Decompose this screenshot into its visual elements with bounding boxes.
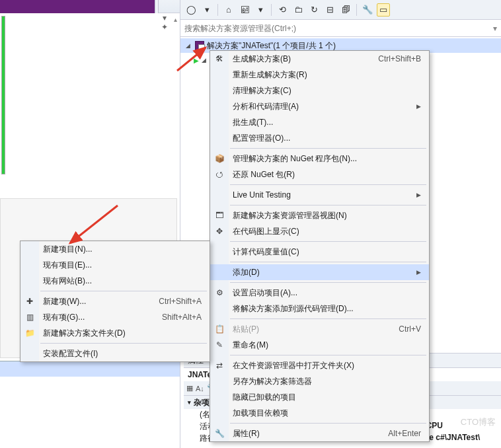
search-input[interactable]	[184, 24, 493, 33]
shortcut-label: Alt+Enter	[368, 429, 421, 438]
menu-label: 现有项目(E)...	[43, 260, 92, 271]
ctx-item-15[interactable]: 计算代码度量值(C)	[210, 244, 429, 260]
search-dropdown-icon[interactable]: ▾	[493, 24, 497, 33]
openfolder-icon: ⇄	[214, 360, 225, 371]
menu-label: 新建项(W)...	[43, 296, 86, 307]
menu-label: 加载项目依赖项	[233, 408, 288, 419]
sub-item-5[interactable]: ▥现有项(G)...Shift+Alt+A	[20, 309, 210, 325]
copy-icon[interactable]: 🗐	[339, 3, 352, 17]
ctx-item-0[interactable]: 🛠生成解决方案(B)Ctrl+Shift+B	[210, 51, 429, 67]
scroll-up-icon[interactable]: ▴	[174, 16, 177, 23]
nuget-icon: 📦	[214, 153, 225, 164]
restore-icon: ⭯	[214, 169, 225, 180]
ctx-item-27[interactable]: 隐藏已卸载的项目	[210, 389, 429, 405]
collapse-icon[interactable]: ▾	[188, 399, 191, 406]
newitem-icon: ✚	[24, 296, 35, 307]
ctx-item-10[interactable]: Live Unit Testing▶	[210, 187, 429, 203]
sub-item-4[interactable]: ✚新建项(W)...Ctrl+Shift+A	[20, 293, 210, 309]
dropdown-icon[interactable]: ▾	[254, 3, 267, 17]
newview-icon: 🗔	[214, 210, 225, 221]
solution-label: 解决方案"JNATest"(1 个项目/共 1 个)	[207, 40, 336, 52]
shortcut-label: Ctrl+Shift+A	[139, 297, 202, 306]
preview-icon[interactable]: ▭	[377, 3, 390, 17]
ctx-item-3[interactable]: 分析和代码清理(A)▶	[210, 98, 429, 114]
menu-label: 管理解决方案的 NuGet 程序包(N)...	[233, 153, 357, 165]
split-handle[interactable]	[155, 0, 159, 13]
menu-label: 配置管理器(O)...	[233, 133, 290, 144]
menu-label: 清理解决方案(C)	[233, 85, 291, 96]
shortcut-label: Ctrl+V	[379, 324, 421, 334]
menu-label: 将解决方案添加到源代码管理(D)...	[233, 303, 354, 315]
ctx-item-26[interactable]: 另存为解决方案筛选器	[210, 373, 429, 389]
menu-label: 新建解决方案文件夹(D)	[43, 328, 126, 339]
refresh-icon[interactable]: ↻	[307, 3, 321, 17]
ctx-item-19[interactable]: ⚙设置启动项目(A)...	[210, 285, 429, 301]
shortcut-label: Ctrl+Shift+B	[358, 54, 421, 63]
newfolder-icon: 📁	[24, 328, 35, 338]
menu-label: 粘贴(P)	[233, 324, 259, 335]
submenu-arrow-icon: ▶	[397, 103, 421, 110]
menu-label: 重新生成解决方案(R)	[233, 69, 307, 81]
ctx-item-20[interactable]: 将解决方案添加到源代码管理(D)...	[210, 301, 429, 317]
menu-label: 安装配置文件(I)	[43, 348, 98, 359]
ctx-item-23[interactable]: ✎重命名(M)	[210, 337, 429, 353]
ctx-item-25[interactable]: ⇄在文件资源管理器中打开文件夹(X)	[210, 357, 429, 373]
submenu-arrow-icon: ▶	[397, 269, 421, 276]
sub-item-8[interactable]: 安装配置文件(I)	[20, 346, 210, 361]
paste-icon: 📋	[214, 324, 225, 334]
ctx-item-4[interactable]: 批生成(T)...	[210, 114, 429, 130]
forward-icon[interactable]: ▾	[200, 3, 213, 17]
menu-label: 还原 NuGet 包(R)	[233, 169, 295, 180]
add-submenu: 新建项目(N)...现有项目(E)...现有网站(B)...✚新建项(W)...…	[20, 241, 210, 362]
ctx-item-2[interactable]: 清理解决方案(C)	[210, 83, 429, 98]
alphabetical-icon[interactable]: A↓	[196, 385, 204, 392]
sync-icon[interactable]: 🗟	[238, 3, 251, 17]
back-icon[interactable]: ◯	[184, 3, 198, 17]
ctx-item-7[interactable]: 📦管理解决方案的 NuGet 程序包(N)...	[210, 151, 429, 167]
search-row: ▾	[180, 20, 501, 37]
editor-tab-active[interactable]	[0, 0, 155, 13]
startup-icon: ⚙	[214, 287, 225, 298]
sub-item-6[interactable]: 📁新建解决方案文件夹(D)	[20, 325, 210, 341]
collapse-icon[interactable]: ⊟	[323, 3, 336, 17]
props-icon: 🔧	[214, 428, 225, 439]
build-icon: 🛠	[214, 54, 225, 64]
ctx-item-1[interactable]: 重新生成解决方案(R)	[210, 67, 429, 83]
sub-item-1[interactable]: 现有项目(E)...	[20, 257, 210, 273]
ctx-item-12[interactable]: 🗔新建解决方案资源管理器视图(N)	[210, 207, 429, 223]
menu-label: 属性(R)	[233, 428, 260, 439]
ctx-item-30[interactable]: 🔧属性(R)Alt+Enter	[210, 426, 429, 441]
categorized-icon[interactable]: ▦	[186, 384, 193, 392]
ctx-item-17[interactable]: 添加(D)▶	[210, 264, 429, 280]
home-icon[interactable]: ⌂	[222, 3, 235, 17]
menu-label: 设置启动项目(A)...	[233, 287, 297, 299]
menu-label: 在文件资源管理器中打开文件夹(X)	[233, 360, 354, 371]
rename-icon: ✎	[214, 340, 225, 350]
menu-label: 分析和代码清理(A)	[233, 101, 299, 112]
svg-line-1	[70, 205, 118, 243]
submenu-arrow-icon: ▶	[397, 192, 421, 198]
annotation-arrow-2	[65, 202, 124, 250]
menu-label: 隐藏已卸载的项目	[233, 392, 296, 403]
ctx-item-22[interactable]: 📋粘贴(P)Ctrl+V	[210, 321, 429, 337]
editor-tab-strip	[0, 0, 180, 13]
ctx-item-28[interactable]: 加载项目依赖项	[210, 405, 429, 421]
show-all-icon[interactable]: 🗀	[291, 3, 305, 17]
menu-label: 另存为解决方案筛选器	[233, 376, 312, 387]
existitem-icon: ▥	[24, 312, 35, 322]
menu-label: 新建解决方案资源管理器视图(N)	[233, 210, 347, 221]
pending-icon[interactable]: ⟲	[276, 3, 289, 17]
properties-icon[interactable]: 🔧	[361, 3, 374, 17]
editor-dropdown-icon[interactable]: ▾✦	[157, 13, 172, 32]
ctx-item-8[interactable]: ⭯还原 NuGet 包(R)	[210, 167, 429, 182]
editor-status-strip	[0, 361, 180, 377]
sub-item-2[interactable]: 现有网站(B)...	[20, 273, 210, 289]
solution-context-menu: 🛠生成解决方案(B)Ctrl+Shift+B重新生成解决方案(R)清理解决方案(…	[210, 50, 430, 442]
ctx-item-5[interactable]: 配置管理器(O)...	[210, 130, 429, 146]
menu-label: 生成解决方案(B)	[233, 54, 291, 65]
menu-label: 重命名(M)	[233, 340, 268, 351]
ctx-item-13[interactable]: ✥在代码图上显示(C)	[210, 223, 429, 239]
annotation-arrow-1	[174, 41, 213, 76]
menu-label: 添加(D)	[233, 267, 260, 278]
shortcut-label: Shift+Alt+A	[142, 313, 202, 322]
